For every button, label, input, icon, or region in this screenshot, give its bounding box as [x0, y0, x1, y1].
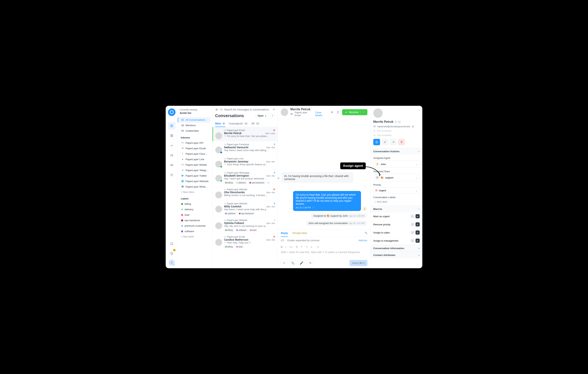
conversation-tab[interactable]: Unassigned10 [229, 121, 248, 127]
new-label-link[interactable]: + New label [180, 234, 210, 239]
conversation-item[interactable]: PaperLayer Website!! Willy Castelot10m •… [212, 200, 278, 217]
label-item[interactable]: premium-customer [180, 223, 210, 229]
macro-run-icon[interactable]: ▸ [416, 222, 420, 226]
copy-icon[interactable] [412, 125, 414, 128]
inbox-item[interactable]: fPaperLayer Facebo... [180, 151, 210, 157]
expand-details-handle[interactable]: ▶ [277, 174, 280, 182]
macro-run-icon[interactable]: ▸ [416, 239, 420, 243]
merge-contact-button[interactable] [390, 139, 397, 145]
add-bcc-link[interactable]: Add bcc [358, 239, 368, 242]
info-icon[interactable] [395, 121, 397, 123]
inbox-item[interactable]: <>PaperLayer Mobile [180, 162, 210, 167]
reply-editor[interactable]: Shift + enter for new line. Start with '… [278, 250, 370, 257]
message-menu-icon[interactable]: ⋮ [364, 185, 367, 189]
nav-reports[interactable] [168, 142, 176, 149]
contact-avatar[interactable] [373, 109, 383, 118]
cc-input[interactable] [287, 239, 356, 242]
contact-attributes-header[interactable]: Contact Attributes+ [371, 252, 422, 258]
nav-campaigns[interactable] [168, 152, 176, 159]
edit-contact-button[interactable] [382, 139, 388, 145]
signature-toggle-icon[interactable] [365, 231, 368, 235]
private-note-tab[interactable]: Private Note [293, 230, 307, 237]
inbox-item[interactable]: ✈PaperLayer Telegram [180, 167, 210, 173]
conversation-tab[interactable]: All20 [251, 121, 260, 127]
collapse-icon[interactable] [272, 108, 275, 111]
assigned-agent-select[interactable]: JJohn ⌄ [373, 161, 420, 168]
status-filter[interactable]: Open▾ [255, 114, 269, 118]
conversation-item[interactable]: PaperLayer Line Benyamin Janeway10m • 9m… [212, 155, 278, 170]
conversation-actions-header[interactable]: Conversation Actions− [371, 148, 422, 155]
conversation-item[interactable]: PaperLayer Email!!! Candice Matherson10m… [212, 234, 278, 250]
macro-item[interactable]: Mark as urgentⓘ▸ [371, 212, 422, 220]
redo-button[interactable]: ↷ [306, 246, 308, 248]
message-menu-icon[interactable]: ⋮ [289, 199, 292, 203]
audio-button[interactable]: 🎤 [298, 260, 305, 266]
undo-button[interactable]: ↶ [301, 246, 303, 248]
nav-conversations[interactable] [168, 122, 176, 130]
sidebar-unattended[interactable]: Unattended [180, 128, 210, 133]
close-details-link[interactable]: Close details [315, 111, 328, 117]
chevron-right-icon[interactable]: › [419, 109, 420, 111]
macro-preview-icon[interactable]: ⓘ [410, 231, 414, 235]
sort-filter[interactable] [270, 114, 275, 118]
macro-run-icon[interactable]: ▸ [416, 231, 420, 235]
macro-item[interactable]: Assign to salesⓘ▸ [371, 229, 422, 237]
macro-item[interactable]: Remove priorityⓘ▸ [371, 220, 422, 229]
attach-button[interactable]: 📎 [289, 260, 296, 266]
share-icon[interactable] [336, 111, 339, 114]
label-item[interactable]: software [180, 229, 210, 234]
italic-button[interactable]: I [285, 246, 286, 248]
app-logo[interactable] [168, 109, 176, 116]
emoji-button[interactable]: ☺ [281, 260, 288, 266]
resolve-button[interactable]: Resolve [342, 109, 368, 115]
nav-docs[interactable] [168, 240, 176, 247]
label-item[interactable]: lead [180, 212, 210, 218]
open-icon[interactable] [398, 121, 401, 123]
macro-item[interactable]: Assign to managementⓘ▸ [371, 237, 422, 245]
conversation-info-header[interactable]: Conversation Information+ [371, 245, 422, 252]
send-button[interactable]: Send (⌘↵) [349, 260, 368, 266]
link-button[interactable]: ⧉ [296, 245, 298, 248]
ul-button[interactable]: ≡ [311, 246, 312, 248]
conversation-item[interactable]: PaperLayer Whatsapp!! Elisabeth Deringto… [212, 170, 278, 186]
new-conversation-button[interactable] [373, 139, 380, 145]
sidebar-all-conversations[interactable]: All Conversations [178, 117, 210, 123]
inbox-item[interactable]: 🌐PaperLayer Website [180, 178, 210, 184]
conversation-item[interactable]: PaperLayer Website! Ophelia Folkard10m •… [212, 217, 278, 234]
nav-settings[interactable] [168, 171, 176, 179]
assigned-team-select[interactable]: S🎨 support ⌄ [373, 174, 420, 181]
add-labels-button[interactable]: + Add Labels [373, 200, 389, 204]
search-input[interactable]: Search for messages in conversations [220, 108, 270, 111]
org-name[interactable]: Acme Inc [180, 111, 210, 114]
macros-header[interactable]: Macros− [371, 206, 422, 212]
ai-button[interactable]: ✎ [307, 260, 314, 266]
inbox-item[interactable]: 🐦PaperLayer Twitter [180, 173, 210, 178]
inbox-item[interactable]: ✉PaperLayer Email [180, 146, 210, 151]
label-item[interactable]: ops-handover [180, 218, 210, 223]
nav-notifications[interactable]: 6 [168, 250, 176, 257]
header-avatar[interactable] [281, 109, 288, 116]
conversation-item[interactable]: PaperLayer Facebook!! Nathaniel Vannuchi… [212, 141, 278, 155]
code-button[interactable]: </> [289, 246, 293, 248]
conversation-item[interactable]: PaperLayer Website!!! Olia Olenchenko10m… [212, 186, 278, 200]
conversation-tab[interactable]: Mine8 [215, 121, 225, 127]
conversation-item[interactable]: PaperLayer Email!!! Merrile Petruk10m • … [212, 127, 278, 141]
delete-contact-button[interactable] [398, 139, 405, 145]
inbox-item[interactable]: ☎PaperLayer Whatsa... [180, 184, 210, 189]
label-item[interactable]: delivery [180, 207, 210, 212]
priority-select[interactable]: !!!Urgent ⌄ [373, 187, 420, 194]
ol-button[interactable]: ⋮≡ [315, 246, 319, 248]
reply-tab[interactable]: Reply [281, 230, 288, 237]
new-inbox-link[interactable]: + New inbox [180, 189, 210, 195]
mute-icon[interactable] [331, 111, 334, 114]
macro-preview-icon[interactable]: ⓘ [410, 214, 414, 218]
sidebar-mentions[interactable]: Mentions [180, 123, 210, 128]
nav-user-avatar[interactable]: J [169, 260, 175, 265]
nav-contacts[interactable] [168, 132, 176, 139]
nav-help-center[interactable] [168, 161, 176, 169]
macro-run-icon[interactable]: ▸ [416, 214, 420, 218]
macro-preview-icon[interactable]: ⓘ [410, 222, 414, 226]
bold-button[interactable]: B [281, 246, 283, 248]
label-item[interactable]: billing [180, 201, 210, 207]
macro-preview-icon[interactable]: ⓘ [410, 239, 414, 243]
